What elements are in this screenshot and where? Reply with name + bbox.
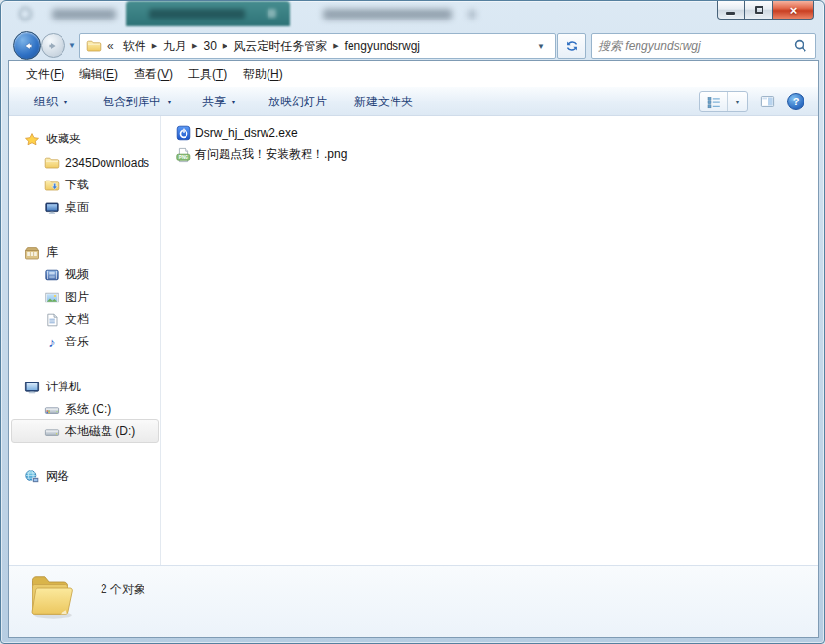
close-button[interactable]: × (772, 1, 814, 20)
libraries-icon (24, 245, 40, 261)
folder-icon (86, 38, 102, 54)
main-area: 收藏夹 2345Downloads 下载 桌面 库 视频 (9, 116, 818, 565)
local-drive-icon (44, 424, 60, 440)
command-toolbar: 组织▼ 包含到库中▼ 共享▼ 放映幻灯片 新建文件夹 ▼ ? (9, 87, 818, 116)
search-input[interactable] (598, 39, 793, 53)
help-button[interactable]: ? (787, 93, 804, 110)
system-drive-icon (44, 402, 60, 418)
blurred-app-icon (19, 7, 32, 20)
blurred-tab-close (268, 9, 276, 18)
preview-pane-button[interactable] (760, 94, 775, 109)
menu-file[interactable]: 文件(F) (26, 66, 64, 83)
new-folder-button[interactable]: 新建文件夹 (354, 94, 413, 110)
downloads-folder-icon (44, 178, 60, 193)
file-name: 有问题点我！安装教程！.png (195, 146, 347, 163)
sidebar-item-music[interactable]: ♪ 音乐 (44, 332, 89, 352)
include-in-library-button[interactable]: 包含到库中▼ (103, 94, 173, 110)
sidebar-section-favorites[interactable]: 收藏夹 (24, 129, 81, 149)
music-note-icon: ♪ (44, 335, 60, 350)
explorer-window: × ▼ « 软件 ▶ 九月 ▶ 30 ▶ 风云定时任务管家 ▶ fengyund… (0, 0, 825, 644)
window-controls: × (717, 1, 814, 20)
blurred-small-mark (468, 10, 476, 19)
png-badge-label: PNG (179, 154, 188, 159)
sidebar-item-2345downloads[interactable]: 2345Downloads (44, 152, 149, 173)
back-button[interactable] (13, 31, 41, 60)
background-browser-tab (126, 1, 290, 26)
blurred-tab-title-text (323, 9, 452, 20)
chevron-down-icon: ▼ (166, 99, 173, 105)
png-file-icon: PNG (176, 147, 191, 163)
minimize-button[interactable] (717, 1, 745, 20)
address-dropdown-icon[interactable]: ▼ (533, 42, 549, 51)
breadcrumb-item-fengyundsrwgj[interactable]: fengyundsrwgj (340, 39, 425, 53)
exe-power-icon (176, 125, 191, 141)
question-mark-icon: ? (793, 96, 800, 107)
pictures-icon (44, 290, 60, 305)
menu-help[interactable]: 帮助(H) (243, 66, 283, 83)
file-item-png[interactable]: PNG 有问题点我！安装教程！.png (176, 146, 347, 163)
navigation-pane: 收藏夹 2345Downloads 下载 桌面 库 视频 (9, 116, 161, 565)
sidebar-item-documents[interactable]: 文档 (44, 309, 89, 330)
search-box (591, 33, 816, 59)
minimize-icon (726, 12, 735, 15)
file-name: Dsrw_hj_dsrw2.exe (195, 126, 298, 140)
refresh-icon (564, 38, 580, 54)
item-count-label: 2 个对象 (101, 582, 145, 598)
menu-bar: 文件(F) 编辑(E) 查看(V) 工具(T) 帮助(H) (9, 61, 818, 87)
breadcrumb-separator-icon[interactable]: ▶ (332, 42, 339, 50)
maximize-icon (755, 6, 763, 14)
desktop-icon (44, 200, 60, 216)
menu-view[interactable]: 查看(V) (134, 66, 173, 83)
address-bar[interactable]: « 软件 ▶ 九月 ▶ 30 ▶ 风云定时任务管家 ▶ fengyundsrwg… (79, 33, 556, 59)
folder-icon (44, 155, 60, 171)
breadcrumb-separator-icon[interactable]: ▶ (222, 42, 228, 50)
search-icon[interactable] (793, 38, 808, 54)
organize-button[interactable]: 组织▼ (34, 94, 69, 110)
slideshow-button[interactable]: 放映幻灯片 (268, 94, 327, 110)
sidebar-item-downloads[interactable]: 下载 (44, 175, 89, 195)
breadcrumb-item-software[interactable]: 软件 (118, 38, 151, 55)
chevron-down-icon: ▼ (62, 99, 69, 105)
file-list: Dsrw_hj_dsrw2.exe PNG 有问题点我！安装教程！.png (162, 116, 818, 565)
details-pane: 2 个对象 (9, 565, 818, 637)
breadcrumb-separator-icon[interactable]: ▶ (191, 42, 198, 50)
sidebar-item-local-disk-d[interactable]: 本地磁盘 (D:) (44, 422, 135, 442)
breadcrumb-overflow-chevron[interactable]: « (102, 39, 118, 53)
change-view-button[interactable] (700, 92, 728, 111)
forward-arrow-icon (46, 38, 62, 54)
sidebar-section-computer[interactable]: 计算机 (24, 377, 81, 397)
close-icon: × (790, 3, 798, 18)
breadcrumb-item-fengyun-task-manager[interactable]: 风云定时任务管家 (228, 38, 332, 55)
documents-icon (44, 312, 60, 328)
views-split-button: ▼ (699, 91, 748, 112)
sidebar-item-system-drive-c[interactable]: 系统 (C:) (44, 399, 111, 420)
computer-icon (24, 380, 40, 395)
recent-pages-dropdown[interactable]: ▼ (68, 41, 76, 50)
sidebar-item-desktop[interactable]: 桌面 (44, 197, 89, 218)
breadcrumb-item-september[interactable]: 九月 (158, 38, 191, 55)
back-arrow-icon (20, 38, 35, 54)
star-icon (24, 132, 40, 147)
sidebar-section-libraries[interactable]: 库 (24, 242, 58, 262)
folder-large-icon (22, 568, 77, 623)
sidebar-item-videos[interactable]: 视频 (44, 264, 89, 285)
refresh-button[interactable] (557, 33, 586, 59)
maximize-button[interactable] (745, 1, 772, 20)
views-dropdown-button[interactable]: ▼ (728, 99, 747, 105)
breadcrumb-separator-icon[interactable]: ▶ (151, 42, 158, 50)
views-grid-icon (706, 95, 722, 110)
videos-icon (44, 267, 60, 283)
file-item-exe[interactable]: Dsrw_hj_dsrw2.exe (176, 125, 298, 141)
toolbar-right-group: ▼ ? (699, 91, 804, 112)
network-icon (24, 469, 40, 485)
sidebar-section-network[interactable]: 网络 (24, 466, 69, 487)
menu-edit[interactable]: 编辑(E) (79, 66, 118, 83)
blurred-tab-text (149, 9, 245, 19)
sidebar-item-pictures[interactable]: 图片 (44, 287, 89, 307)
chevron-down-icon: ▼ (230, 99, 237, 105)
menu-tools[interactable]: 工具(T) (188, 66, 227, 83)
forward-button[interactable] (41, 33, 65, 58)
breadcrumb-item-30[interactable]: 30 (198, 39, 221, 53)
blurred-title-text (52, 9, 116, 20)
share-button[interactable]: 共享▼ (202, 94, 237, 110)
